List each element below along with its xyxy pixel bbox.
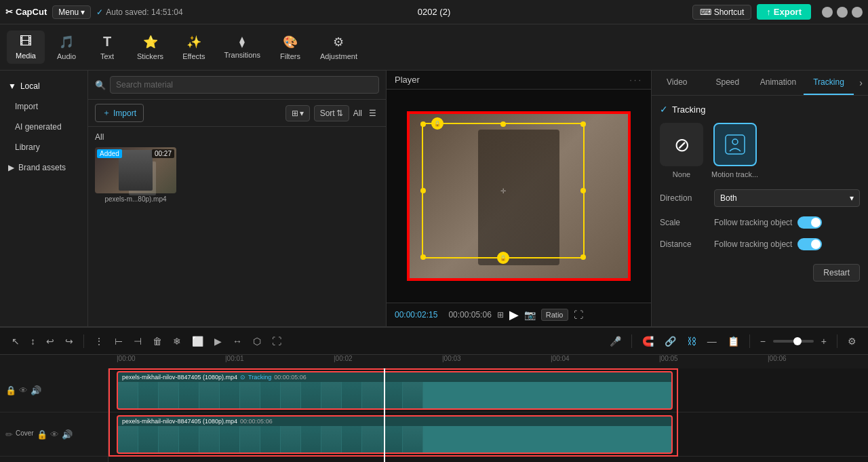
tab-video[interactable]: Video bbox=[652, 71, 703, 95]
maximize-button[interactable] bbox=[837, 7, 848, 18]
search-input[interactable] bbox=[110, 76, 379, 94]
tab-animation[interactable]: Animation bbox=[753, 71, 804, 95]
view-toggle-button[interactable]: ⊞ ▾ bbox=[285, 105, 310, 121]
current-time: 00:00:02:15 bbox=[395, 310, 437, 320]
frame-thumb bbox=[240, 426, 260, 453]
anchor-point: 🔒 bbox=[431, 117, 443, 130]
ratio-button[interactable]: Ratio bbox=[541, 309, 568, 321]
split-button[interactable]: ⋮ bbox=[91, 333, 107, 349]
fit-button[interactable]: ⛶ bbox=[269, 333, 285, 349]
tab-speed[interactable]: Speed bbox=[703, 71, 753, 95]
tool-effects-label: Effects bbox=[182, 52, 205, 60]
media-thumbnail[interactable]: Added 00:27 pexels-m...80p).mp4 bbox=[95, 147, 176, 203]
none-icon-box[interactable]: ⊘ bbox=[660, 123, 703, 166]
distance-toggle-switch[interactable] bbox=[797, 238, 822, 250]
tool-adjustment-label: Adjustment bbox=[320, 52, 357, 60]
nav-import[interactable]: Import bbox=[0, 96, 87, 117]
tool-text[interactable]: T Text bbox=[88, 30, 126, 64]
play-button[interactable]: ▶ bbox=[509, 307, 519, 322]
sort-button[interactable]: Sort ⇅ bbox=[314, 105, 349, 121]
scale-toggle-switch[interactable] bbox=[797, 216, 822, 229]
fullscreen-button[interactable]: ⛶ bbox=[574, 309, 583, 320]
select-tool-button[interactable]: ↖ bbox=[8, 333, 23, 349]
tool-audio[interactable]: 🎵 Audio bbox=[47, 31, 85, 64]
nav-library[interactable]: Library bbox=[0, 137, 87, 157]
trim-start-button[interactable]: ⊢ bbox=[111, 333, 126, 349]
zoom-in-button[interactable]: + bbox=[818, 333, 830, 349]
magnet-button[interactable]: 🧲 bbox=[639, 333, 657, 349]
screenshot-button[interactable]: 📷 bbox=[524, 309, 536, 320]
undo-button[interactable]: ↩ bbox=[43, 333, 58, 349]
frame-thumb bbox=[138, 382, 159, 408]
track-clip-2[interactable]: pexels-mikhail-nilov-8847405 (1080p).mp4… bbox=[117, 415, 673, 454]
trim-end-button[interactable]: ⊣ bbox=[130, 333, 145, 349]
player-menu-icon[interactable]: ··· bbox=[629, 75, 643, 85]
eye-icon[interactable]: 👁 bbox=[19, 385, 28, 396]
track-clip-1[interactable]: pexels-mikhail-nilov-8847405 (1080p).mp4… bbox=[117, 371, 673, 410]
crop-button[interactable]: ⬜ bbox=[189, 333, 207, 349]
sticker-button[interactable]: 📋 bbox=[724, 333, 743, 349]
microphone-button[interactable]: 🎤 bbox=[606, 333, 625, 349]
tab-tracking[interactable]: Tracking bbox=[804, 71, 854, 95]
corner-tl bbox=[420, 121, 426, 127]
tracking-icon: ⊙ bbox=[240, 374, 245, 381]
corner-ml bbox=[420, 188, 426, 193]
tracking-section-header: ✓ Tracking bbox=[660, 104, 860, 115]
transitions-icon: ⧫ bbox=[239, 35, 245, 48]
menu-button[interactable]: Menu ▾ bbox=[52, 5, 91, 19]
playhead[interactable] bbox=[384, 368, 385, 462]
redo-button[interactable]: ↪ bbox=[62, 333, 77, 349]
nav-ai-generated[interactable]: AI generated bbox=[0, 117, 87, 137]
unlink-button[interactable]: — bbox=[704, 333, 720, 349]
settings-button[interactable]: ⚙ bbox=[844, 333, 860, 349]
zoom-slider[interactable] bbox=[773, 340, 814, 343]
clip-duration-1: 00:00:05:06 bbox=[274, 374, 307, 381]
delete-button[interactable]: 🗑 bbox=[149, 333, 165, 349]
mask-button[interactable]: ⬡ bbox=[250, 333, 264, 349]
pointer-tool-button[interactable]: ↕ bbox=[27, 333, 39, 349]
motion-icon-box[interactable] bbox=[713, 123, 757, 166]
nav-brand-assets[interactable]: ▶ Brand assets bbox=[0, 157, 87, 178]
close-button[interactable] bbox=[852, 7, 863, 18]
app-name: CapCut bbox=[16, 7, 47, 17]
audio-icon-2[interactable]: 🔊 bbox=[62, 429, 73, 440]
more-tabs-icon[interactable]: › bbox=[854, 71, 868, 95]
corner-bl bbox=[420, 254, 426, 260]
tool-transitions[interactable]: ⧫ Transitions bbox=[216, 31, 269, 63]
audio-icon[interactable]: 🔊 bbox=[31, 385, 41, 396]
direction-dropdown[interactable]: Both ▾ bbox=[714, 189, 860, 207]
freeze-button[interactable]: ❄ bbox=[170, 333, 184, 349]
nav-local[interactable]: ▼ Local bbox=[0, 76, 87, 96]
tool-stickers[interactable]: ⭐ Stickers bbox=[129, 31, 172, 64]
cover-label: Cover bbox=[16, 429, 34, 440]
grid-view-button[interactable]: ⊞ bbox=[497, 310, 504, 320]
filter-button[interactable]: ☰ bbox=[366, 106, 379, 121]
export-button[interactable]: ↑ Export bbox=[757, 4, 811, 20]
eye-icon-2[interactable]: 👁 bbox=[50, 429, 59, 440]
edit-icon[interactable]: ✏ bbox=[5, 429, 13, 440]
app-logo: ✂ CapCut bbox=[5, 7, 47, 17]
tool-adjustment[interactable]: ⚙ Adjustment bbox=[312, 31, 366, 64]
nav-brand-label: Brand assets bbox=[18, 163, 66, 172]
zoom-out-button[interactable]: − bbox=[757, 333, 769, 349]
link-button[interactable]: 🔗 bbox=[661, 333, 679, 349]
shortcut-button[interactable]: ⌨ Shortcut bbox=[692, 5, 752, 20]
play-button-tl[interactable]: ▶ bbox=[211, 333, 225, 349]
restart-button[interactable]: Restart bbox=[813, 264, 860, 282]
tool-effects[interactable]: ✨ Effects bbox=[174, 31, 213, 64]
flip-button[interactable]: ↔ bbox=[229, 333, 245, 349]
import-button[interactable]: ＋ Import bbox=[95, 104, 144, 122]
clip-link-button[interactable]: ⛓ bbox=[684, 333, 700, 349]
track-area-1: pexels-mikhail-nilov-8847405 (1080p).mp4… bbox=[108, 368, 868, 412]
minimize-button[interactable] bbox=[822, 7, 833, 18]
track-option-motion[interactable]: Motion track... bbox=[711, 123, 758, 178]
distance-toggle-text: Follow tracking object bbox=[714, 239, 792, 249]
track-option-none[interactable]: ⊘ None bbox=[660, 123, 703, 178]
all-filter-label: All bbox=[353, 109, 362, 118]
logo-icon: ✂ bbox=[5, 7, 13, 17]
lock-icon[interactable]: 🔒 bbox=[5, 385, 16, 396]
tool-media[interactable]: 🎞 Media bbox=[7, 31, 45, 64]
duration-badge: 00:27 bbox=[152, 149, 174, 158]
tool-filters[interactable]: 🎨 Filters bbox=[271, 31, 309, 64]
lock-icon-2[interactable]: 🔒 bbox=[37, 429, 47, 440]
